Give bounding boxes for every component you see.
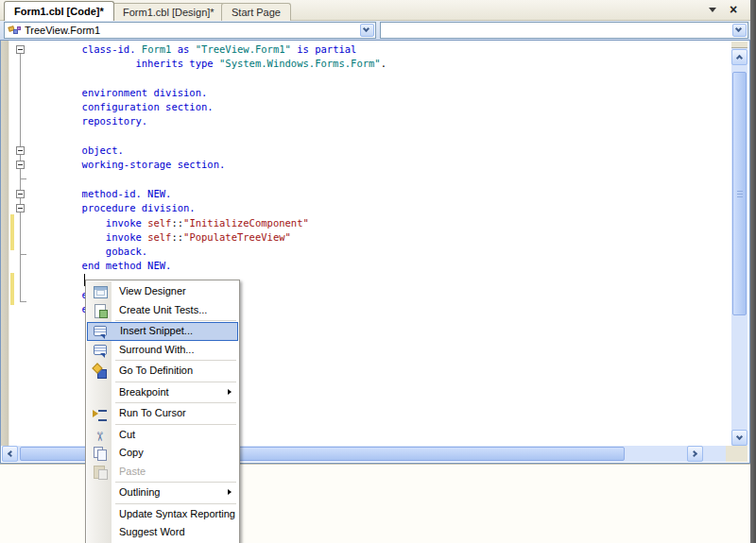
collapse-box-procedure[interactable] <box>16 204 25 212</box>
cut-icon <box>93 428 108 443</box>
submenu-arrow-icon <box>228 389 232 395</box>
menu-item-go-to-definition[interactable]: Go To Definition <box>87 362 238 381</box>
menu-item-label: Suggest Word <box>119 526 185 537</box>
menu-item-label: Run To Cursor <box>119 407 186 418</box>
ide-window: Form1.cbl [Code]* Form1.cbl [Design]* St… <box>0 0 756 543</box>
close-icon[interactable]: × <box>726 1 741 16</box>
menu-item-label: Cut <box>119 429 135 440</box>
menu-item-label: Create Unit Tests... <box>119 304 207 315</box>
menu-item-label: View Designer <box>119 285 186 297</box>
menu-item-label: Outlining <box>119 486 160 498</box>
code-line: object. <box>34 144 387 158</box>
outline-end-tick <box>20 178 26 179</box>
insert-snippet-icon <box>93 324 108 339</box>
menu-item-copy[interactable]: Copy <box>87 444 238 463</box>
menu-item-view-designer[interactable]: View Designer <box>87 282 238 301</box>
menu-item-label: Surround With... <box>119 344 194 355</box>
copy-icon <box>93 446 108 461</box>
code-line: procedure division. <box>34 201 387 215</box>
chevron-down-icon[interactable] <box>732 24 747 37</box>
menu-separator <box>115 482 236 483</box>
menu-separator <box>115 503 236 504</box>
code-line: repository. <box>34 114 387 128</box>
outline-guide-line <box>20 169 21 178</box>
collapse-box-working-storage[interactable] <box>16 161 25 169</box>
outline-end-tick <box>20 254 26 255</box>
code-line <box>34 173 387 187</box>
collapse-box-method[interactable] <box>16 190 25 198</box>
tab-form1-code[interactable]: Form1.cbl [Code]* <box>4 1 114 21</box>
editor-context-menu: View DesignerCreate Unit Tests...Insert … <box>85 280 240 543</box>
scrollbar-corner <box>726 446 747 462</box>
create-unit-tests-icon <box>93 303 108 318</box>
class-icon <box>9 25 22 37</box>
menu-item-create-unit-tests[interactable]: Create Unit Tests... <box>87 301 238 320</box>
code-line: end method NEW. <box>34 259 387 273</box>
view-designer-icon <box>93 284 108 299</box>
code-line <box>34 72 387 86</box>
menu-item-insert-snippet[interactable]: Insert Snippet... <box>87 322 238 341</box>
menu-item-label: Paste <box>119 466 146 477</box>
menu-separator <box>115 360 236 361</box>
code-text[interactable]: class-id. Form1 as "TreeView.Form1" is p… <box>34 42 387 317</box>
menu-item-run-to-cursor[interactable]: Run To Cursor <box>87 404 238 423</box>
menu-item-paste: Paste <box>87 463 238 482</box>
code-line <box>34 129 387 144</box>
surround-with-icon <box>93 343 108 358</box>
splitter-grip[interactable] <box>731 42 747 48</box>
scroll-up-button[interactable] <box>731 49 747 65</box>
menu-item-label: Breakpoint <box>119 386 169 398</box>
menu-item-suggest-word[interactable]: Suggest Word <box>87 523 238 542</box>
scroll-down-button[interactable] <box>731 430 747 446</box>
code-line: invoke self::"PopulateTreeView" <box>34 230 387 245</box>
member-combo[interactable] <box>380 22 748 39</box>
class-name-value: TreeView.Form1 <box>25 25 100 36</box>
menu-item-cut[interactable]: Cut <box>87 426 238 445</box>
menu-item-breakpoint[interactable]: Breakpoint <box>87 383 238 402</box>
menu-separator <box>115 320 236 321</box>
menu-item-label: Go To Definition <box>119 365 193 376</box>
run-to-cursor-icon <box>93 406 108 421</box>
code-line: class-id. Form1 as "TreeView.Form1" is p… <box>34 42 387 57</box>
code-line: method-id. NEW. <box>34 187 387 201</box>
chevron-down-icon[interactable] <box>360 24 374 37</box>
outline-guide-line <box>20 212 21 254</box>
menu-separator <box>115 424 236 425</box>
menu-item-label: Insert Snippet... <box>120 325 193 336</box>
window-right-edge <box>750 0 756 543</box>
document-tab-strip: Form1.cbl [Code]* Form1.cbl [Design]* St… <box>0 0 750 21</box>
tab-start-page[interactable]: Start Page <box>221 3 291 21</box>
menu-separator <box>115 402 236 403</box>
tab-form1-design[interactable]: Form1.cbl [Design]* <box>112 3 225 21</box>
menu-item-surround-with[interactable]: Surround With... <box>87 341 238 360</box>
menu-item-label: Copy <box>119 447 144 458</box>
code-line: configuration section. <box>34 100 387 114</box>
change-tracking-bar <box>10 214 14 250</box>
code-line: environment division. <box>34 86 387 100</box>
class-name-combo[interactable]: TreeView.Form1 <box>4 22 376 39</box>
chevron-down-icon[interactable] <box>709 8 716 12</box>
navigation-bar: TreeView.Form1 <box>0 21 750 40</box>
change-tracking-bar <box>10 273 14 305</box>
scroll-right-button[interactable] <box>687 446 703 462</box>
menu-item-update-syntax-reporting[interactable]: Update Syntax Reporting <box>87 505 238 524</box>
vertical-scroll-thumb[interactable] <box>732 72 747 315</box>
collapse-box-object[interactable] <box>16 146 25 155</box>
menu-item-outlining[interactable]: Outlining <box>87 484 238 502</box>
code-line: invoke self::"InitializeComponent" <box>34 216 387 230</box>
code-line: inherits type "System.Windows.Forms.Form… <box>34 57 387 71</box>
menu-separator <box>115 382 236 382</box>
go-to-definition-icon <box>93 364 108 379</box>
paste-icon <box>93 465 108 480</box>
collapse-box-class[interactable] <box>16 45 25 54</box>
scroll-left-button[interactable] <box>2 446 18 462</box>
outline-end-tick <box>20 301 26 302</box>
code-line: goback. <box>34 245 387 259</box>
vertical-scrollbar[interactable] <box>731 42 747 446</box>
submenu-arrow-icon <box>228 489 232 495</box>
breakpoint-margin[interactable] <box>1 41 9 446</box>
code-line: working-storage section. <box>34 158 387 172</box>
menu-item-label: Update Syntax Reporting <box>119 508 235 519</box>
